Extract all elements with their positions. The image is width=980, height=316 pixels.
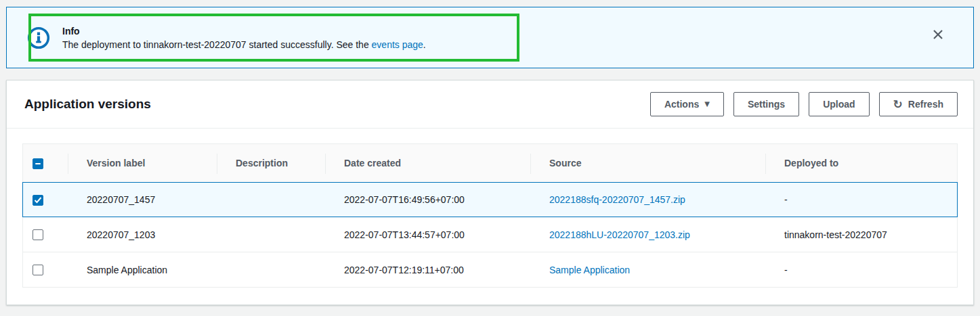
close-banner-button[interactable]: [930, 26, 946, 43]
caret-down-icon: ▼: [704, 101, 710, 108]
upload-button[interactable]: Upload: [809, 92, 869, 116]
application-versions-panel: Application versions Actions ▼ Settings …: [6, 80, 974, 305]
banner-message: The deployment to tinnakorn-test-2022070…: [62, 39, 935, 50]
cell-select: [22, 182, 68, 217]
actions-button-label: Actions: [664, 99, 699, 110]
cell-source: 2022188hLU-20220707_1203.zip: [530, 217, 765, 252]
column-divider: [68, 154, 68, 174]
source-link[interactable]: 2022188sfq-20220707_1457.zip: [549, 194, 685, 205]
column-header-deployed-to: Deployed to: [765, 143, 958, 182]
cell-description: [217, 217, 325, 252]
column-divider: [217, 154, 217, 174]
cell-deployed-to: -: [765, 252, 958, 288]
column-divider: [325, 154, 326, 174]
cell-version-label: 20220707_1457: [68, 182, 217, 217]
table-row[interactable]: 20220707_1203 2022-07-07T13:44:57+07:00 …: [22, 217, 958, 252]
row-checkbox[interactable]: [33, 265, 43, 275]
cell-description: [217, 252, 325, 288]
column-divider: [530, 154, 531, 174]
cell-date-created: 2022-07-07T16:49:56+07:00: [325, 182, 530, 217]
column-header-label: Date created: [344, 158, 401, 168]
select-all-checkbox[interactable]: [33, 158, 43, 169]
table-row[interactable]: 20220707_1457 2022-07-07T16:49:56+07:00 …: [22, 182, 958, 217]
cell-version-label: Sample Application: [68, 252, 217, 288]
row-checkbox[interactable]: [33, 195, 43, 206]
cell-deployed-to: -: [765, 182, 958, 217]
cell-date-created: 2022-07-07T12:19:11+07:00: [325, 252, 530, 288]
cell-select: [22, 252, 68, 288]
source-link[interactable]: 2022188hLU-20220707_1203.zip: [549, 229, 690, 240]
column-header-label: Version label: [87, 158, 145, 168]
info-banner: Info The deployment to tinnakorn-test-20…: [6, 7, 974, 68]
column-header-description: Description: [217, 143, 325, 182]
cell-source: Sample Application: [530, 252, 765, 288]
refresh-icon: ↻: [893, 99, 903, 110]
check-icon: [34, 197, 42, 204]
column-header-source: Source: [530, 143, 765, 182]
settings-button[interactable]: Settings: [733, 92, 799, 116]
column-header-label: Deployed to: [784, 158, 838, 168]
settings-button-label: Settings: [748, 99, 785, 110]
banner-message-period: .: [423, 39, 426, 50]
info-icon: [27, 26, 50, 49]
column-header-version-label: Version label: [68, 143, 217, 182]
banner-title: Info: [62, 26, 935, 37]
refresh-button-label: Refresh: [908, 99, 943, 110]
cell-version-label: 20220707_1203: [68, 217, 217, 252]
table-row[interactable]: Sample Application 2022-07-07T12:19:11+0…: [22, 252, 958, 288]
column-header-select: [22, 143, 68, 182]
banner-message-text: The deployment to tinnakorn-test-2022070…: [62, 39, 372, 50]
refresh-button[interactable]: ↻ Refresh: [879, 92, 958, 116]
header-actions: Actions ▼ Settings Upload ↻ Refresh: [650, 92, 958, 116]
close-icon: [932, 28, 944, 41]
versions-table: Version label Description Date created S…: [22, 143, 958, 288]
actions-button[interactable]: Actions ▼: [650, 92, 724, 116]
row-checkbox[interactable]: [33, 229, 43, 240]
upload-button-label: Upload: [823, 99, 855, 110]
cell-select: [22, 217, 68, 252]
source-link[interactable]: Sample Application: [549, 265, 630, 275]
cell-source: 2022188sfq-20220707_1457.zip: [530, 182, 765, 217]
cell-deployed-to: tinnakorn-test-20220707: [765, 217, 958, 252]
column-header-date-created: Date created: [325, 143, 530, 182]
events-page-link[interactable]: events page: [372, 39, 423, 50]
panel-header: Application versions Actions ▼ Settings …: [7, 81, 973, 129]
column-header-label: Description: [236, 158, 288, 168]
page-title: Application versions: [24, 97, 151, 112]
column-header-label: Source: [549, 158, 581, 168]
cell-date-created: 2022-07-07T13:44:57+07:00: [325, 217, 530, 252]
table-header-row: Version label Description Date created S…: [22, 143, 958, 182]
banner-text-block: Info The deployment to tinnakorn-test-20…: [62, 26, 935, 50]
column-divider: [765, 154, 766, 174]
cell-description: [217, 182, 325, 217]
